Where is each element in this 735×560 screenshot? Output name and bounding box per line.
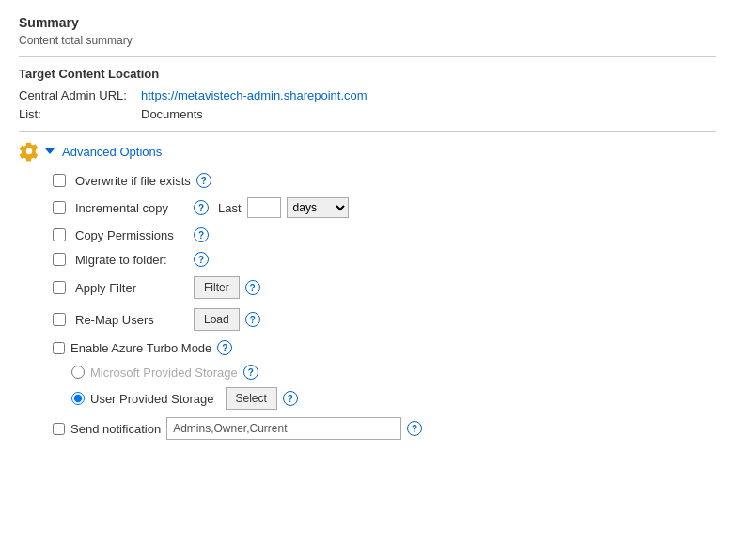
notification-row: Send notification ? [53, 417, 716, 440]
list-label: List: [19, 107, 141, 121]
central-admin-label: Central Admin URL: [19, 88, 141, 102]
arrow-down-icon [45, 148, 55, 154]
summary-title: Summary [19, 15, 716, 30]
load-help-icon[interactable]: ? [245, 312, 260, 327]
days-select[interactable]: days weeks months [287, 197, 349, 218]
last-days-input[interactable] [247, 197, 281, 218]
azure-turbo-label: Enable Azure Turbo Mode [70, 341, 211, 355]
remap-users-row: Re-Map Users Load ? [53, 308, 716, 331]
filter-help-icon[interactable]: ? [245, 280, 260, 295]
user-storage-help-icon[interactable]: ? [283, 391, 298, 406]
list-row: List: Documents [19, 107, 716, 121]
target-title: Target Content Location [19, 67, 716, 81]
user-storage-radio[interactable] [71, 392, 85, 405]
copy-permissions-checkbox[interactable] [53, 228, 66, 241]
microsoft-storage-label: Microsoft Provided Storage [90, 366, 238, 380]
apply-filter-label: Apply Filter [75, 281, 188, 295]
gear-icon [19, 141, 39, 162]
migrate-folder-row: Migrate to folder: ? [53, 252, 716, 267]
notification-input[interactable] [166, 417, 401, 440]
central-admin-value: https://metavistech-admin.sharepoint.com [141, 88, 368, 102]
advanced-options-toggle[interactable]: Advanced Options [45, 145, 162, 159]
microsoft-storage-radio[interactable] [71, 366, 85, 379]
copy-permissions-row: Copy Permissions ? [53, 227, 716, 242]
azure-turbo-help-icon[interactable]: ? [217, 340, 232, 355]
migrate-folder-label: Migrate to folder: [75, 253, 188, 267]
advanced-options-label: Advanced Options [62, 145, 162, 159]
target-section: Target Content Location Central Admin UR… [19, 67, 716, 121]
copy-permissions-label: Copy Permissions [75, 228, 188, 242]
remap-users-label: Re-Map Users [75, 313, 188, 327]
apply-filter-checkbox[interactable] [53, 281, 66, 294]
azure-row: Enable Azure Turbo Mode ? [53, 340, 716, 355]
user-storage-row: User Provided Storage Select ? [71, 387, 716, 410]
advanced-options-content: Overwrite if file exists ? Incremental c… [53, 173, 716, 440]
list-value: Documents [141, 107, 203, 121]
microsoft-storage-help-icon[interactable]: ? [243, 365, 258, 380]
user-storage-label: User Provided Storage [90, 392, 214, 406]
central-admin-row: Central Admin URL: https://metavistech-a… [19, 88, 716, 102]
overwrite-row: Overwrite if file exists ? [53, 173, 716, 188]
load-button[interactable]: Load [194, 308, 240, 331]
notification-help-icon[interactable]: ? [407, 421, 422, 436]
apply-filter-row: Apply Filter Filter ? [53, 276, 716, 299]
send-notification-checkbox[interactable] [53, 423, 65, 435]
summary-section: Summary Content total summary [19, 15, 716, 47]
remap-users-checkbox[interactable] [53, 313, 66, 326]
incremental-row: Incremental copy ? Last days weeks month… [53, 197, 716, 218]
send-notification-label: Send notification [70, 422, 161, 436]
overwrite-label: Overwrite if file exists [75, 174, 191, 188]
migrate-folder-checkbox[interactable] [53, 253, 66, 266]
last-label: Last [218, 201, 242, 215]
copy-permissions-help-icon[interactable]: ? [194, 227, 209, 242]
divider-2 [19, 131, 716, 132]
microsoft-storage-row: Microsoft Provided Storage ? [71, 365, 716, 380]
incremental-help-icon[interactable]: ? [194, 200, 209, 215]
filter-button[interactable]: Filter [194, 276, 240, 299]
advanced-options-header: Advanced Options [19, 141, 716, 162]
divider-1 [19, 56, 716, 57]
azure-section: Enable Azure Turbo Mode ? Microsoft Prov… [53, 340, 716, 410]
select-button[interactable]: Select [226, 387, 277, 410]
azure-turbo-checkbox[interactable] [53, 342, 65, 354]
migrate-folder-help-icon[interactable]: ? [194, 252, 209, 267]
incremental-checkbox[interactable] [53, 201, 66, 214]
summary-subtitle: Content total summary [19, 34, 716, 47]
overwrite-checkbox[interactable] [53, 174, 66, 187]
overwrite-help-icon[interactable]: ? [196, 173, 211, 188]
incremental-label: Incremental copy [75, 201, 188, 215]
